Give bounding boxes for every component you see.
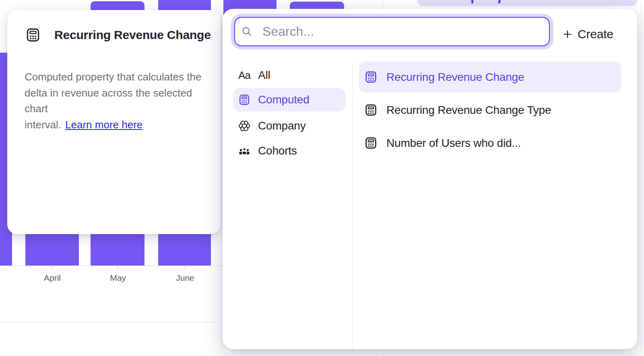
cohorts-icon	[238, 145, 250, 157]
create-button[interactable]: Create	[563, 24, 613, 44]
calculator-icon	[25, 27, 41, 43]
cutoff-text-fragment	[471, 0, 473, 4]
result-item[interactable]: Recurring Revenue Change	[359, 62, 621, 93]
category-item-company[interactable]: Company	[233, 114, 346, 138]
result-label: Recurring Revenue Change	[386, 71, 524, 84]
property-tooltip-card: Recurring Revenue Change Computed proper…	[7, 10, 221, 234]
category-label: Computed	[258, 93, 310, 106]
category-item-all[interactable]: Aa All	[233, 64, 346, 87]
calculator-icon	[364, 103, 378, 117]
chart-x-tick	[185, 266, 185, 270]
result-item[interactable]: Recurring Revenue Change Type	[359, 95, 621, 126]
background-card-edge	[641, 2, 641, 356]
category-item-cohorts[interactable]: Cohorts	[233, 139, 346, 163]
calculator-icon	[364, 136, 378, 150]
chart-x-tick	[52, 266, 52, 270]
picker-column-divider	[352, 61, 353, 349]
learn-more-link[interactable]: Learn more here	[65, 119, 142, 131]
calculator-icon	[238, 94, 250, 106]
search-input[interactable]	[262, 24, 536, 39]
create-button-label: Create	[578, 27, 613, 41]
search-box[interactable]	[234, 17, 550, 46]
chart-x-label: June	[176, 273, 194, 283]
category-label: Cohorts	[258, 144, 297, 157]
calculator-icon	[364, 70, 378, 84]
plus-icon	[563, 29, 572, 39]
tooltip-description: Computed property that calculates thedel…	[25, 69, 212, 133]
category-item-computed[interactable]: Computed	[233, 88, 346, 111]
result-label: Recurring Revenue Change Type	[386, 104, 551, 117]
cutoff-highlight-pill	[417, 0, 637, 6]
tooltip-title: Recurring Revenue Change	[54, 28, 211, 42]
chart-x-label: April	[44, 273, 61, 283]
chart-x-label: May	[110, 273, 126, 283]
cutoff-text-fragment	[498, 0, 501, 4]
screen: AprilMayJune Recurring Revenue Change Co…	[0, 0, 644, 356]
chart-x-tick	[118, 266, 118, 270]
category-label: Company	[258, 119, 305, 132]
property-picker-modal: Create Aa All Computed Company Cohorts	[223, 9, 637, 349]
category-label: All	[258, 69, 270, 82]
result-item[interactable]: Number of Users who did...	[359, 128, 621, 158]
text-format-icon: Aa	[238, 69, 250, 81]
text-format-glyph: Aa	[238, 69, 250, 82]
company-icon	[238, 120, 250, 132]
search-icon	[242, 26, 252, 37]
result-label: Number of Users who did...	[386, 137, 521, 150]
